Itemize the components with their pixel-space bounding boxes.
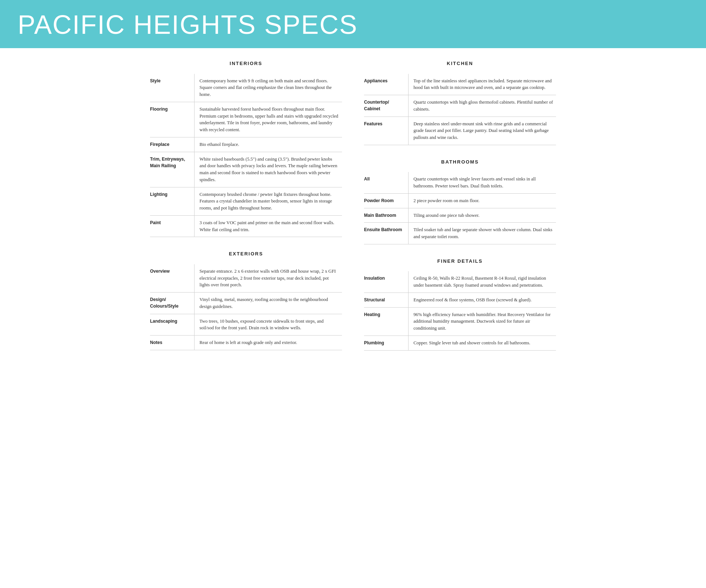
row-value: Vinyl siding, metal, masonry, roofing ac…	[194, 293, 342, 314]
row-label: Lighting	[150, 187, 194, 215]
row-value: Copper. Single lever tub and shower cont…	[408, 336, 556, 350]
row-value: Top of the line stainless steel applianc…	[408, 74, 556, 95]
row-label: Plumbing	[364, 336, 408, 350]
section-finer-details: FINER DETAILS InsulationCeiling R-50, Wa…	[364, 258, 556, 351]
row-label: Flooring	[150, 102, 194, 137]
section-bathrooms: BATHROOMS AllQuartz countertops with sin…	[364, 158, 556, 244]
table-row: Heating96% high efficiency furnace with …	[364, 307, 556, 336]
table-row: Powder Room2 piece powder room on main f…	[364, 193, 556, 208]
interiors-table: StyleContemporary home with 9 ft ceiling…	[150, 74, 342, 237]
row-label: Style	[150, 74, 194, 102]
row-value: Rear of home is left at rough grade only…	[194, 336, 342, 350]
row-value: Ceiling R-50, Walls R-22 Roxul, Basement…	[408, 271, 556, 293]
row-value: Quartz countertops with single lever fau…	[408, 172, 556, 193]
row-label: Overview	[150, 264, 194, 293]
table-row: Main BathroomTiling around one piece tub…	[364, 208, 556, 223]
row-value: Deep stainless steel under-mount sink wi…	[408, 116, 556, 145]
row-label: Powder Room	[364, 193, 408, 208]
row-label: Design/ Colours/Style	[150, 293, 194, 314]
section-interiors: INTERIORS StyleContemporary home with 9 …	[150, 60, 342, 237]
section-title-finer-details: FINER DETAILS	[364, 258, 556, 265]
row-value: Separate entrance. 2 x 6 exterior walls …	[194, 264, 342, 293]
right-column: KITCHEN AppliancesTop of the line stainl…	[364, 60, 556, 364]
table-row: Countertop/ CabinetQuartz countertops wi…	[364, 95, 556, 117]
row-value: Quartz countertops with high gloss therm…	[408, 95, 556, 117]
row-label: Main Bathroom	[364, 208, 408, 223]
kitchen-table: AppliancesTop of the line stainless stee…	[364, 74, 556, 145]
section-title-bathrooms: BATHROOMS	[364, 158, 556, 166]
left-column: INTERIORS StyleContemporary home with 9 …	[150, 60, 342, 364]
table-row: LightingContemporary brushed chrome / pe…	[150, 187, 342, 215]
row-label: Heating	[364, 307, 408, 336]
row-label: Ensuite Bathroom	[364, 223, 408, 244]
bathrooms-table: AllQuartz countertops with single lever …	[364, 172, 556, 244]
row-value: Two trees, 10 bushes, exposed concrete s…	[194, 314, 342, 336]
row-label: Structural	[364, 293, 408, 307]
row-label: Paint	[150, 215, 194, 237]
row-label: All	[364, 172, 408, 193]
section-title-kitchen: KITCHEN	[364, 60, 556, 67]
table-row: StyleContemporary home with 9 ft ceiling…	[150, 74, 342, 102]
section-title-exteriors: EXTERIORS	[150, 250, 342, 258]
row-value: Tiling around one piece tub shower.	[408, 208, 556, 223]
row-value: Tiled soaker tub and large separate show…	[408, 223, 556, 244]
exteriors-table: OverviewSeparate entrance. 2 x 6 exterio…	[150, 264, 342, 350]
table-row: FeaturesDeep stainless steel under-mount…	[364, 116, 556, 145]
table-row: PlumbingCopper. Single lever tub and sho…	[364, 336, 556, 350]
row-label: Landscaping	[150, 314, 194, 336]
page-header: PACIFIC HEIGHTS SPECS	[0, 0, 706, 48]
table-row: AllQuartz countertops with single lever …	[364, 172, 556, 193]
table-row: FlooringSustainable harvested forest har…	[150, 102, 342, 137]
row-label: Notes	[150, 336, 194, 350]
row-label: Features	[364, 116, 408, 145]
table-row: Design/ Colours/StyleVinyl siding, metal…	[150, 293, 342, 314]
row-label: Fireplace	[150, 137, 194, 152]
row-value: White raised baseboards (5.5") and casin…	[194, 152, 342, 187]
section-exteriors: EXTERIORS OverviewSeparate entrance. 2 x…	[150, 250, 342, 350]
row-value: Sustainable harvested forest hardwood fl…	[194, 102, 342, 137]
row-value: 2 piece powder room on main floor.	[408, 193, 556, 208]
table-row: AppliancesTop of the line stainless stee…	[364, 74, 556, 95]
row-label: Trim, Entryways, Main Railing	[150, 152, 194, 187]
table-row: FireplaceBio ethanol fireplace.	[150, 137, 342, 152]
page-title: PACIFIC HEIGHTS SPECS	[18, 10, 688, 39]
row-label: Countertop/ Cabinet	[364, 95, 408, 117]
table-row: InsulationCeiling R-50, Walls R-22 Roxul…	[364, 271, 556, 293]
table-row: Ensuite BathroomTiled soaker tub and lar…	[364, 223, 556, 244]
table-row: StructuralEngineered roof & floor system…	[364, 293, 556, 307]
row-value: Contemporary home with 9 ft ceiling on b…	[194, 74, 342, 102]
row-value: Bio ethanol fireplace.	[194, 137, 342, 152]
table-row: NotesRear of home is left at rough grade…	[150, 336, 342, 350]
section-title-interiors: INTERIORS	[150, 60, 342, 67]
row-value: 3 coats of low VOC paint and primer on t…	[194, 215, 342, 237]
row-value: 96% high efficiency furnace with humidif…	[408, 307, 556, 336]
main-content: INTERIORS StyleContemporary home with 9 …	[132, 60, 574, 379]
row-label: Appliances	[364, 74, 408, 95]
row-value: Contemporary brushed chrome / pewter lig…	[194, 187, 342, 215]
row-value: Engineered roof & floor systems, OSB flo…	[408, 293, 556, 307]
section-kitchen: KITCHEN AppliancesTop of the line stainl…	[364, 60, 556, 145]
row-label: Insulation	[364, 271, 408, 293]
finer-details-table: InsulationCeiling R-50, Walls R-22 Roxul…	[364, 271, 556, 350]
table-row: LandscapingTwo trees, 10 bushes, exposed…	[150, 314, 342, 336]
table-row: OverviewSeparate entrance. 2 x 6 exterio…	[150, 264, 342, 293]
table-row: Trim, Entryways, Main RailingWhite raise…	[150, 152, 342, 187]
table-row: Paint3 coats of low VOC paint and primer…	[150, 215, 342, 237]
